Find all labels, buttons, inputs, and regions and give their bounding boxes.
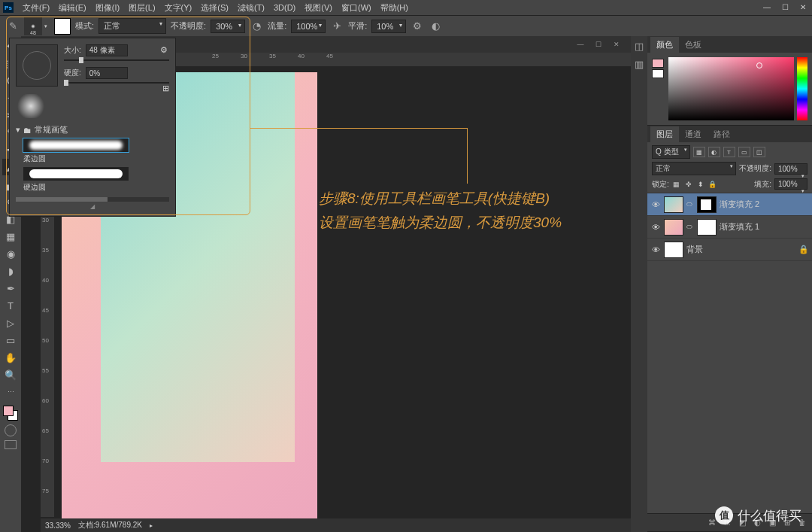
tab-paths[interactable]: 路径 — [707, 126, 736, 142]
flow-input[interactable]: 100% — [291, 20, 326, 33]
lock-pixels-icon[interactable]: ▦ — [672, 180, 681, 189]
zoom-level[interactable]: 33.33% — [45, 521, 71, 530]
tab-channels[interactable]: 通道 — [679, 126, 707, 142]
visibility-toggle[interactable]: 👁 — [650, 245, 661, 255]
layer-fill-input[interactable]: 100% — [774, 178, 807, 190]
menu-layer[interactable]: 图层(L) — [124, 1, 159, 15]
close-button[interactable]: ✕ — [794, 0, 812, 14]
lock-all-icon[interactable]: 🔒 — [708, 180, 717, 189]
new-brush-icon[interactable]: ⊞ — [162, 84, 169, 93]
tool-preset-icon[interactable]: ✎ — [6, 20, 20, 33]
brush-item[interactable]: 硬边圆 — [16, 166, 169, 194]
tab-swatches[interactable]: 色板 — [679, 37, 707, 53]
screen-mode-toggle[interactable] — [5, 440, 17, 449]
brush-folder[interactable]: ▾ 🖿 常规画笔 — [16, 123, 169, 137]
document-info[interactable]: 文档:9.61M/789.2K — [78, 520, 142, 530]
menu-type[interactable]: 文字(Y) — [160, 1, 197, 15]
blur-tool[interactable]: ◉ — [2, 245, 19, 262]
layer-mask-thumbnail[interactable] — [697, 196, 717, 213]
airbrush-icon[interactable]: ✈ — [330, 20, 344, 33]
layer-name[interactable]: 渐变填充 1 — [720, 221, 759, 233]
lock-position-icon[interactable]: ✜ — [684, 180, 693, 189]
menu-3d[interactable]: 3D(D) — [269, 2, 300, 14]
hardness-input[interactable] — [86, 67, 128, 79]
layer-name[interactable]: 背景 — [686, 244, 703, 255]
filter-adjust-icon[interactable]: ◐ — [708, 147, 720, 157]
tab-layers[interactable]: 图层 — [650, 126, 679, 142]
filter-smart-icon[interactable]: ◫ — [753, 147, 765, 157]
minimize-button[interactable]: — — [758, 0, 776, 14]
resize-handle-icon[interactable]: ◢ — [16, 203, 169, 210]
layer-row[interactable]: 👁 ⬭ 渐变填充 2 — [647, 193, 812, 216]
layer-thumbnail[interactable] — [664, 196, 683, 213]
filter-shape-icon[interactable]: ▭ — [738, 147, 750, 157]
menu-view[interactable]: 视图(V) — [300, 1, 337, 15]
hardness-slider[interactable] — [64, 82, 169, 84]
size-input[interactable] — [86, 44, 128, 56]
foreground-swatch[interactable] — [3, 406, 14, 416]
quick-mask-toggle[interactable] — [5, 424, 17, 436]
menu-filter[interactable]: 滤镜(T) — [233, 1, 269, 15]
bg-color-swatch[interactable] — [652, 69, 664, 78]
doc-close[interactable]: ✕ — [610, 38, 623, 50]
doc-minimize[interactable]: — — [574, 38, 587, 50]
brush-item[interactable]: 柔边圆 — [16, 137, 169, 166]
collapsed-panel-icon[interactable]: ◫ — [632, 39, 646, 53]
type-tool[interactable]: T — [2, 297, 19, 314]
color-picker-field[interactable] — [668, 57, 794, 120]
path-select-tool[interactable]: ▷ — [2, 315, 19, 331]
pen-tool[interactable]: ✒ — [2, 280, 19, 296]
menu-help[interactable]: 帮助(H) — [376, 1, 413, 15]
menu-select[interactable]: 选择(S) — [196, 1, 233, 15]
blend-mode-select[interactable]: 正常 — [98, 18, 166, 34]
layer-row[interactable]: 👁 背景 🔒 — [647, 239, 812, 261]
watermark-icon: 值 — [715, 506, 733, 524]
brush-dropdown-toggle[interactable]: ▾ — [42, 17, 50, 35]
pressure-opacity-icon[interactable]: ◔ — [250, 20, 263, 33]
menu-file[interactable]: 文件(F) — [18, 1, 54, 15]
layer-thumbnail[interactable] — [664, 219, 683, 236]
smoothing-gear-icon[interactable]: ⚙ — [411, 20, 424, 33]
lock-artboard-icon[interactable]: ⬍ — [696, 180, 705, 189]
hue-slider[interactable] — [797, 57, 807, 120]
filter-type-icon[interactable]: T — [723, 147, 735, 157]
visibility-toggle[interactable]: 👁 — [650, 199, 661, 210]
layer-opacity-input[interactable]: 100% — [774, 163, 807, 175]
opacity-input[interactable]: 30% — [211, 20, 245, 33]
ruler-tick: 75 — [42, 488, 49, 494]
size-slider[interactable] — [64, 59, 169, 61]
brush-settings-gear-icon[interactable]: ⚙ — [159, 44, 169, 55]
filter-pixel-icon[interactable]: ▦ — [693, 147, 705, 157]
zoom-tool[interactable]: 🔍 — [2, 366, 19, 383]
layer-name[interactable]: 渐变填充 2 — [720, 199, 759, 210]
brush-stroke-preview — [23, 138, 129, 152]
smoothing-input[interactable]: 10% — [371, 20, 406, 33]
pressure-size-icon[interactable]: ◐ — [429, 20, 442, 33]
layers-list: 👁 ⬭ 渐变填充 2 👁 ⬭ 渐变填充 1 👁 — [647, 193, 812, 513]
brush-panel-toggle[interactable] — [54, 18, 71, 35]
layer-thumbnail[interactable] — [664, 242, 683, 258]
hand-tool[interactable]: ✋ — [2, 349, 19, 366]
blend-mode-select[interactable]: 正常 — [652, 162, 736, 175]
brush-angle-preview[interactable] — [16, 44, 58, 87]
menu-image[interactable]: 图像(I) — [91, 1, 124, 15]
menu-edit[interactable]: 编辑(E) — [54, 1, 91, 15]
brush-preview[interactable]: 48 — [24, 17, 42, 35]
doc-maximize[interactable]: ☐ — [592, 38, 605, 50]
menu-window[interactable]: 窗口(W) — [337, 1, 376, 15]
color-swatch[interactable] — [3, 406, 18, 421]
tab-color[interactable]: 颜色 — [650, 37, 679, 53]
dodge-tool[interactable]: ◗ — [2, 263, 19, 279]
fg-color-swatch[interactable] — [652, 59, 664, 68]
shape-tool[interactable]: ▭ — [2, 332, 19, 348]
collapsed-panel-icon[interactable]: ▥ — [632, 57, 646, 71]
gradient-tool[interactable]: ▦ — [2, 228, 19, 245]
layer-filter-select[interactable]: Q 类型 — [652, 145, 690, 159]
brush-list-scrollbar[interactable] — [16, 197, 169, 202]
edit-toolbar[interactable]: ⋯ — [2, 384, 19, 400]
visibility-toggle[interactable]: 👁 — [650, 222, 661, 233]
layer-mask-thumbnail[interactable] — [697, 219, 717, 236]
brush-size-label: 48 — [30, 30, 36, 35]
maximize-button[interactable]: ☐ — [776, 0, 794, 14]
layer-row[interactable]: 👁 ⬭ 渐变填充 1 — [647, 216, 812, 239]
